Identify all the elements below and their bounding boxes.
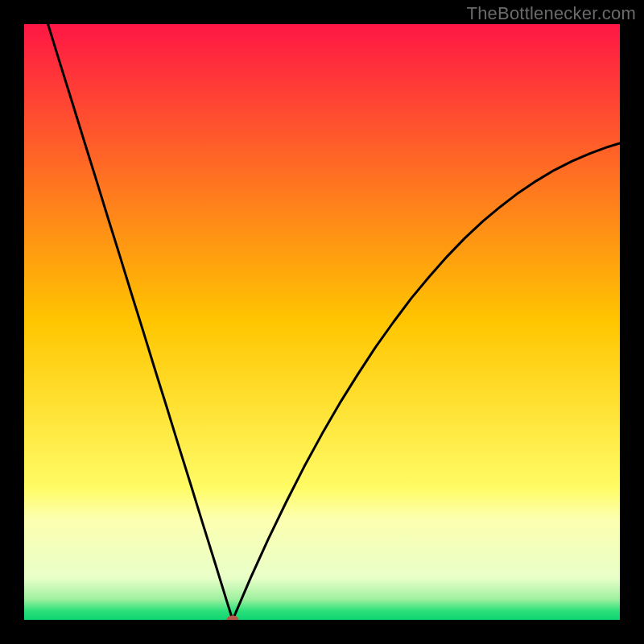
bottleneck-curve (24, 24, 620, 620)
plot-area (24, 24, 620, 620)
minimum-marker (227, 616, 239, 621)
chart-frame: TheBottlenecker.com (0, 0, 644, 644)
watermark-text: TheBottlenecker.com (467, 3, 636, 24)
